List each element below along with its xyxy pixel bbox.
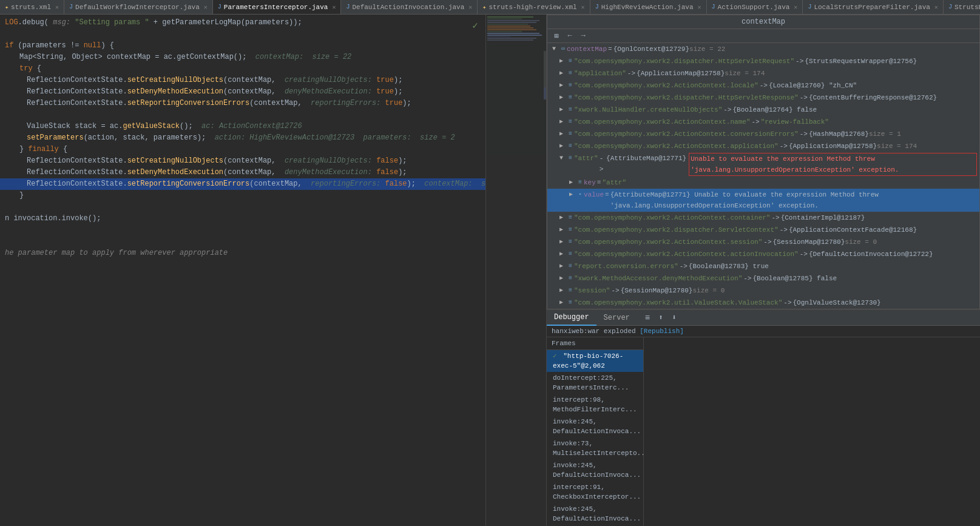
code-line-reporting-false: ReflectionContextState.setReportingConve…	[0, 178, 485, 190]
frame-item-3[interactable]: invoke:245, DefaultActionInvoca...	[547, 416, 643, 437]
frame-item-0[interactable]: ✓ "http-bio-7026-exec-5"@2,062	[547, 350, 643, 372]
tab-server[interactable]: Server	[596, 310, 637, 326]
expand-icon: ▶	[569, 189, 576, 200]
tab-struts-high-review[interactable]: ✦ struts-high-review.xml ✕	[478, 0, 590, 15]
tree-item-2[interactable]: ▶ ≡ "application" -> {ApplicationMap@127…	[547, 67, 979, 79]
expand-icon: ▶	[559, 141, 567, 152]
tree-item-attr[interactable]: ▼ ≡ "attr" -> {AttributeMap@12771} Unabl…	[547, 152, 979, 177]
tree-item-5[interactable]: ▶ ≡ "xwork.NullHandler.createNullObjects…	[547, 104, 979, 116]
tree-item-attr-key[interactable]: ▶ ≡ key = "attr"	[547, 177, 979, 189]
tab-highevreview[interactable]: J HighEvReviewAction.java ✕	[590, 0, 707, 15]
expand-icon: ▶	[559, 249, 567, 260]
tab-bar: ✦ struts.xml ✕ J DefaultWorkflowIntercep…	[0, 0, 980, 15]
expand-icon: ▶	[559, 68, 567, 79]
code-line-finally: } finally {	[0, 144, 485, 155]
minimap	[485, 15, 546, 526]
tab-debugger[interactable]: Debugger	[547, 310, 596, 326]
close-icon[interactable]: ✕	[204, 4, 208, 11]
tree-item-reportconversion[interactable]: ▶ ≡ "report.conversion.errors" -> {Boole…	[547, 260, 979, 272]
bottom-panel: Debugger Server ≡ ⬆ ⬇ hanxiweb:war explo…	[547, 309, 980, 526]
tab-struts-xml[interactable]: ✦ struts.xml ✕	[0, 0, 64, 15]
forward-btn[interactable]: →	[578, 30, 589, 41]
debugger-list-btn[interactable]: ≡	[642, 312, 653, 323]
frame-item-7[interactable]: invoke:245, DefaultActionInvoca...	[547, 503, 643, 525]
tree-item-denymethodexecution[interactable]: ▶ ≡ "xwork.MethodAccessor.denyMethodExec…	[547, 272, 979, 285]
tree-item-1[interactable]: ▶ ≡ "com.opensymphony.xwork2.dispatcher.…	[547, 55, 979, 67]
tab-defaultactioninvocation[interactable]: J DefaultActionInvocation.java ✕	[341, 0, 478, 15]
tree-item-container[interactable]: ▶ ≡ "com.opensymphony.xwork2.ActionConte…	[547, 212, 979, 224]
tree-layout-btn[interactable]: ⊞	[551, 30, 562, 41]
frame-item-1[interactable]: doIntercept:225, ParametersInterc...	[547, 372, 643, 394]
tab-parametersinterceptor[interactable]: J ParametersInterceptor.java ✕	[213, 0, 342, 15]
bottom-tabs: Debugger Server ≡ ⬆ ⬇	[547, 310, 980, 326]
expand-icon: ▶	[559, 285, 567, 296]
tree-root[interactable]: ▼ ∞ contextMap = {OgnlContext@12729} siz…	[547, 43, 979, 55]
code-line-blank5	[0, 236, 485, 248]
tree-item-servletcontext[interactable]: ▶ ≡ "com.opensymphony.xwork2.dispatcher.…	[547, 224, 979, 236]
code-line-blank4	[0, 224, 485, 236]
bottom-right	[644, 337, 980, 526]
expand-icon: ▶	[559, 56, 567, 67]
tree-item-4[interactable]: ▶ ≡ "com.opensymphony.xwork2.dispatcher.…	[547, 92, 979, 104]
variable-tree[interactable]: ▼ ∞ contextMap = {OgnlContext@12729} siz…	[547, 43, 979, 309]
back-btn[interactable]: ←	[564, 30, 575, 41]
tree-item-valuestack[interactable]: ▶ ≡ "com.opensymphony.xwork2.util.ValueS…	[547, 297, 979, 309]
code-line-creating-true: ReflectionContextState.setCreatingNullOb…	[0, 75, 485, 86]
tree-item-actioninvocation[interactable]: ▶ ≡ "com.opensymphony.xwork2.ActionConte…	[547, 248, 979, 260]
republish-text: hanxiweb:war exploded	[552, 328, 640, 335]
frame-item-2[interactable]: intercept:98, MethodFilterInterc...	[547, 394, 643, 416]
tree-item-6[interactable]: ▶ ≡ "com.opensymphony.xwork2.ActionConte…	[547, 116, 979, 128]
close-icon[interactable]: ✕	[332, 4, 336, 11]
tab-defaultworkflow[interactable]: J DefaultWorkflowInterceptor.java ✕	[64, 0, 213, 15]
frame-item-6[interactable]: intercept:91, CheckboxInterceptor...	[547, 481, 643, 503]
expand-icon: ▶	[559, 237, 567, 248]
expand-icon: ▶	[559, 104, 567, 115]
tree-item-8[interactable]: ▶ ≡ "com.opensymphony.xwork2.ActionConte…	[547, 140, 979, 152]
close-icon[interactable]: ✕	[697, 4, 701, 11]
code-line-blank2	[0, 109, 485, 121]
right-panel: contextMap ⊞ ← → ▼ ∞ contextMap = {OgnlC…	[546, 15, 980, 526]
code-line-valuestack: ValueStack stack = ac.getValueStack(); a…	[0, 121, 485, 132]
frame-item-4[interactable]: invoke:73, MultiselectIntercepto...	[547, 437, 643, 459]
tree-item-attr-value[interactable]: ▶ ▪ value = {AttributeMap@12771} Unable …	[547, 189, 979, 212]
tree-item-7[interactable]: ▶ ≡ "com.opensymphony.xwork2.ActionConte…	[547, 128, 979, 140]
expand-icon: ▶	[559, 116, 567, 127]
frame-item-5[interactable]: invoke:245, DefaultActionInvoca...	[547, 459, 643, 481]
republish-link[interactable]: [Republish]	[640, 328, 684, 335]
code-line-close-finally: }	[0, 190, 485, 201]
tree-item-session2[interactable]: ▶ ≡ "session" -> {SessionMap@12780} size…	[547, 285, 979, 297]
code-line-deny-false: ReflectionContextState.setDenyMethodExec…	[0, 167, 485, 178]
close-icon[interactable]: ✕	[468, 4, 472, 11]
error-badge: Unable to evaluate the expression Method…	[689, 153, 977, 176]
expand-icon: ▶	[559, 212, 567, 223]
tree-item-3[interactable]: ▶ ≡ "com.opensymphony.xwork2.ActionConte…	[547, 79, 979, 92]
close-icon[interactable]: ✕	[55, 4, 59, 11]
expand-icon: ▶	[559, 92, 567, 103]
code-line-invoke: n invocation.invoke();	[0, 213, 485, 224]
tooltip-title: contextMap	[547, 15, 979, 29]
variable-tooltip: contextMap ⊞ ← → ▼ ∞ contextMap = {OgnlC…	[547, 15, 980, 309]
debugger-down-btn[interactable]: ⬇	[669, 312, 680, 323]
expand-icon: ▶	[559, 224, 567, 235]
frames-header: Frames	[547, 337, 643, 350]
check-icon: ✓	[553, 352, 557, 360]
debugger-up-btn[interactable]: ⬆	[655, 312, 666, 323]
code-line-blank3	[0, 201, 485, 213]
tab-localstrutsprepare[interactable]: J LocalStrutsPrepareFilter.java ✕	[803, 0, 943, 15]
tab-strutsexecute[interactable]: J StrutsExecuteFilter.java ✕	[944, 0, 980, 15]
code-editor[interactable]: LOG.debug( msg: "Setting params " + getP…	[0, 15, 485, 526]
code-line-map: Map<String, Object> contextMap = ac.getC…	[0, 52, 485, 63]
close-icon[interactable]: ✕	[794, 4, 797, 11]
close-icon[interactable]: ✕	[581, 4, 585, 11]
close-icon[interactable]: ✕	[934, 4, 938, 11]
var-icon: ∞	[561, 44, 565, 55]
code-line-if: if (parameters != null) {	[0, 40, 485, 52]
code-line-creating-false: ReflectionContextState.setCreatingNullOb…	[0, 155, 485, 167]
expand-icon: ▶	[559, 80, 567, 91]
tree-item-session[interactable]: ▶ ≡ "com.opensymphony.xwork2.ActionConte…	[547, 236, 979, 248]
expand-icon: ▶	[559, 273, 567, 284]
code-line-setparams: setParameters(action, stack, parameters)…	[0, 132, 485, 144]
code-line-try: try {	[0, 63, 485, 75]
tab-actionsupport[interactable]: J ActionSupport.java ✕	[707, 0, 803, 15]
expand-icon: ▶	[559, 297, 567, 308]
